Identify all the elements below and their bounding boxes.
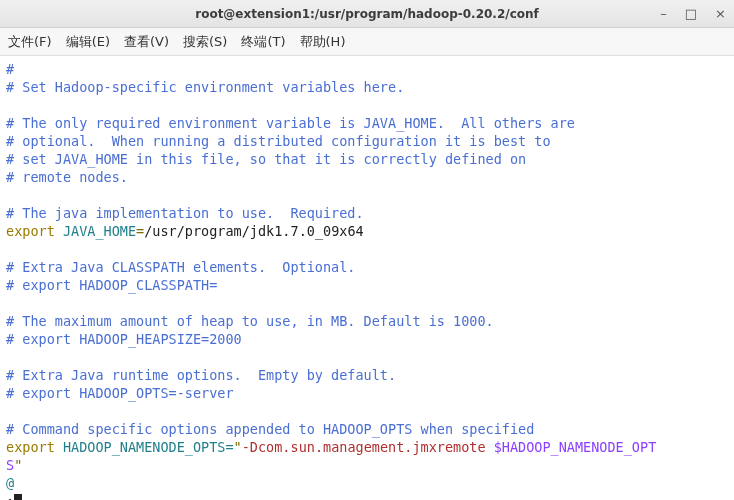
var-ref: $HADOOP_NAMENODE_OPT [494, 439, 657, 455]
menu-edit[interactable]: 编辑(E) [66, 33, 110, 51]
window-title: root@extension1:/usr/program/hadoop-0.20… [195, 7, 539, 21]
code-line: # export HADOOP_HEAPSIZE=2000 [6, 331, 242, 347]
code-line: # export HADOOP_CLASSPATH= [6, 277, 217, 293]
prompt: : [6, 493, 14, 500]
code-line: # [6, 61, 14, 77]
quote: " [234, 439, 242, 455]
maximize-icon[interactable]: □ [685, 6, 697, 21]
minimize-icon[interactable]: – [660, 6, 667, 21]
menu-file[interactable]: 文件(F) [8, 33, 52, 51]
string-value: -Dcom.sun.management.jmxremote [242, 439, 494, 455]
terminal-content[interactable]: # # Set Hadoop-specific environment vari… [0, 56, 734, 500]
quote: " [14, 457, 22, 473]
code-line: # Extra Java runtime options. Empty by d… [6, 367, 396, 383]
menu-help[interactable]: 帮助(H) [300, 33, 346, 51]
code-line: # The maximum amount of heap to use, in … [6, 313, 494, 329]
code-line: # export HADOOP_OPTS=-server [6, 385, 234, 401]
code-line: # The only required environment variable… [6, 115, 575, 131]
env-var: HADOOP_NAMENODE_OPTS= [55, 439, 234, 455]
code-line: # Command specific options appended to H… [6, 421, 534, 437]
code-line: # Extra Java CLASSPATH elements. Optiona… [6, 259, 356, 275]
env-var: JAVA_HOME [55, 223, 136, 239]
export-keyword: export [6, 223, 55, 239]
code-line: # The java implementation to use. Requir… [6, 205, 364, 221]
menubar: 文件(F) 编辑(E) 查看(V) 搜索(S) 终端(T) 帮助(H) [0, 28, 734, 56]
window-titlebar: root@extension1:/usr/program/hadoop-0.20… [0, 0, 734, 28]
export-keyword: export [6, 439, 55, 455]
code-line: # optional. When running a distributed c… [6, 133, 551, 149]
menu-view[interactable]: 查看(V) [124, 33, 169, 51]
status-indicator: @ [6, 475, 14, 491]
var-ref: S [6, 457, 14, 473]
cursor-icon [14, 494, 22, 500]
code-line: # Set Hadoop-specific environment variab… [6, 79, 404, 95]
path-value: /usr/program/jdk1.7.0_09x64 [144, 223, 363, 239]
close-icon[interactable]: × [715, 6, 726, 21]
code-line: # remote nodes. [6, 169, 128, 185]
assign-op: = [136, 223, 144, 239]
menu-search[interactable]: 搜索(S) [183, 33, 227, 51]
menu-terminal[interactable]: 终端(T) [241, 33, 285, 51]
code-line: # set JAVA_HOME in this file, so that it… [6, 151, 526, 167]
window-controls: – □ × [660, 6, 726, 21]
